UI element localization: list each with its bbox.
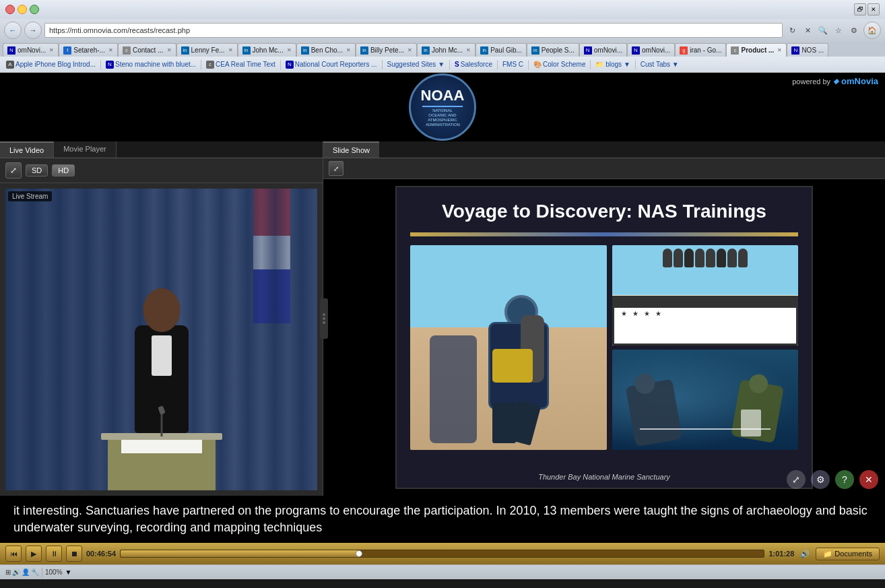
search-icon[interactable]: 🔍 [816,24,830,37]
clipboard [741,410,761,436]
play-icon[interactable]: ▶ [26,546,42,562]
tab-omNovi1[interactable]: N omNovi... ✕ [3,43,59,57]
close-session-icon[interactable]: ✕ [859,470,878,489]
top-bar: NOAA NATIONAL OCEANIC AND ATMOSPHERIC AD… [0,73,885,141]
maximize-window-btn[interactable] [30,5,39,14]
tab-contact[interactable]: c Contact ... ✕ [118,43,176,57]
close-btn-chrome[interactable]: ✕ [867,3,880,15]
panel-tabs: Live Video Movie Player [0,141,323,158]
bookmark-steno[interactable]: N Steno machine with bluet... [104,60,198,69]
tab-slideshow[interactable]: Slide Show [323,141,379,158]
tools-icon: 🔧 [31,568,39,576]
handle-dot2 [323,317,325,320]
hd-button[interactable]: HD [52,164,75,176]
help-icon[interactable]: ? [835,470,854,489]
tab-live-video[interactable]: Live Video [0,141,54,158]
tab-close-active[interactable]: ✕ [777,47,782,53]
tab-nos[interactable]: N NOS ... [787,43,828,57]
tab-iran[interactable]: g iran - Go... [675,43,726,57]
bookmark-cust[interactable]: Cust Tabs ▼ [638,60,681,69]
close-window-btn[interactable] [5,5,15,14]
address-bar[interactable]: https://mti.omnovia.com/recasts/recast.p… [44,23,783,38]
nav-icons: ↻ ✕ 🔍 ☆ ⚙ [785,24,861,37]
current-time: 00:46:54 [86,550,116,558]
tab-setareh[interactable]: f Setareh-... ✕ [59,43,118,57]
total-time: 1:01:28 [768,550,794,558]
bookmark-color[interactable]: 🎨 Color Scheme [531,60,587,69]
bookmark-cea[interactable]: c CEA Real Time Text [204,60,277,69]
tab-johnmc2[interactable]: in John Mc... ✕ [417,43,476,57]
progress-bar[interactable] [120,550,764,558]
nav-bar: ← → https://mti.omnovia.com/recasts/reca… [0,19,885,42]
star-icon[interactable]: ☆ [832,24,845,37]
tab-close-icon3[interactable]: ✕ [167,47,172,53]
live-video-panel: Live Video Movie Player ⤢ SD HD [0,141,323,496]
bookmark-apple[interactable]: A Apple iPhone Blog Introd... [4,60,98,69]
slide-display: Voyage to Discovery: NAS Trainings [323,179,885,496]
tab-billy[interactable]: in Billy Pete... ✕ [356,43,417,57]
tab-paul[interactable]: in Paul Gib... [476,43,527,57]
slide-title: Voyage to Discovery: NAS Trainings [397,187,812,229]
top-right-icons: ⤢ ⚙ ? ✕ [787,470,878,489]
pause-button[interactable]: ⏸ [46,546,62,562]
volume-icon[interactable]: 🔊 [798,547,812,560]
progress-fill [121,550,358,557]
forward-button[interactable]: → [24,22,42,39]
handle-dot3 [323,321,325,324]
settings-icon[interactable]: ⚙ [847,24,861,37]
slide-caption: Thunder Bay National Marine Sanctuary [538,473,670,481]
bookmark-salesforce[interactable]: S Salesforce [453,60,494,69]
boat-hull: ★ ★ ★ ★ [612,296,798,346]
presenter-view: Live Stream [5,189,317,490]
media-icon-left[interactable]: ⏮ [5,546,22,562]
refresh-icon[interactable]: ↻ [785,24,799,37]
slide-caption-container: Thunder Bay National Marine Sanctuary [397,470,812,482]
bookmark-suggested[interactable]: Suggested Sites ▼ [385,60,447,69]
tab-close-icon5[interactable]: ✕ [287,47,292,53]
handle-dot1 [323,313,325,316]
tab-close-icon2[interactable]: ✕ [108,47,113,53]
bookmark-sep9 [635,60,636,69]
bookmark-ncra[interactable]: N National Court Reporters ... [284,60,379,69]
tab-movie-player[interactable]: Movie Player [54,141,117,158]
video-fullscreen-btn[interactable]: ⤢ [5,162,22,178]
bookmark-sep8 [590,60,591,69]
home-button[interactable]: 🏠 [863,22,881,39]
progress-thumb[interactable] [356,550,362,557]
main-content: NOAA NATIONAL OCEANIC AND ATMOSPHERIC AD… [0,73,885,564]
stop-icon[interactable]: ✕ [801,24,814,37]
background-diver [430,335,477,443]
tab-close-icon7[interactable]: ✕ [407,47,412,53]
settings-icon[interactable]: ⚙ [811,470,830,489]
zoom-dropdown-icon[interactable]: ▼ [65,568,72,576]
tab-bencho[interactable]: in Ben Cho... ✕ [296,43,356,57]
minimize-window-btn[interactable] [18,5,27,14]
powered-by: powered by ◆ omNovia [792,76,878,86]
tab-close-icon8[interactable]: ✕ [466,47,471,53]
bookmark-fms[interactable]: FMS C [500,60,525,69]
zoom-level: 100% [45,568,63,576]
tab-close-icon4[interactable]: ✕ [228,47,233,53]
back-button[interactable]: ← [4,22,22,39]
tab-johnmc1[interactable]: in John Mc... ✕ [238,43,296,57]
tab-close-icon[interactable]: ✕ [49,47,54,53]
slide-fullscreen-btn[interactable]: ⤢ [329,161,343,176]
caption-text: it interesting. Sanctuaries have partner… [13,502,872,536]
window-controls: 🗗 ✕ [854,3,880,15]
tab-lenny[interactable]: in Lenny Fe... ✕ [176,43,238,57]
tabs-bar: N omNovi... ✕ f Setareh-... ✕ c Contact … [0,42,885,57]
sd-button[interactable]: SD [26,164,48,176]
content-area: Live Video Movie Player ⤢ SD HD [0,141,885,496]
stop-button[interactable]: ⏹ [66,546,82,562]
documents-button[interactable]: 📁 Documents [816,548,880,560]
tab-omnovi2[interactable]: N omNovi... [579,43,627,57]
bookmark-blogs[interactable]: 📁 blogs ▼ [593,60,632,69]
tab-people[interactable]: in People S... [527,43,579,57]
fullscreen-icon[interactable]: ⤢ [787,470,806,489]
tab-product[interactable]: c Product ... ✕ [726,43,787,57]
tab-close-icon6[interactable]: ✕ [346,47,351,53]
video-controls: ⤢ SD HD [0,158,323,183]
tab-omnovi3[interactable]: N omNovi... [627,43,675,57]
panel-resize-handle[interactable] [320,298,328,339]
restore-btn[interactable]: 🗗 [854,3,866,15]
